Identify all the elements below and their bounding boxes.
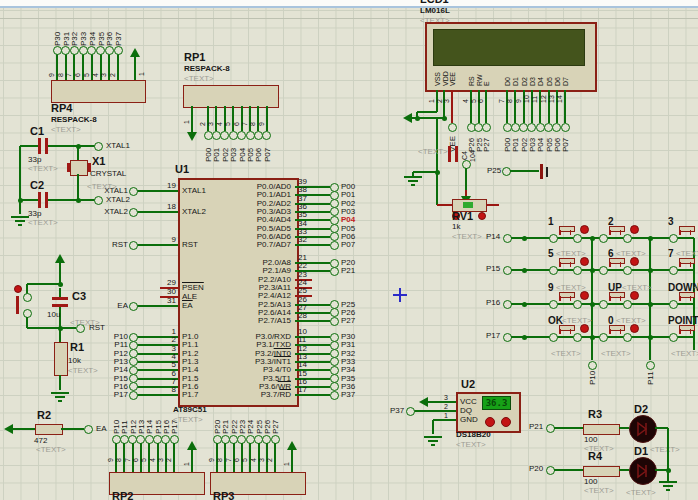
terminal-P27[interactable] [330, 317, 339, 326]
wire [61, 428, 84, 430]
reset-button[interactable] [16, 296, 19, 314]
keypad-contact[interactable] [573, 234, 582, 243]
led-D1[interactable] [629, 457, 657, 485]
terminal-P37[interactable] [114, 46, 123, 55]
terminal-XTAL1[interactable] [94, 142, 103, 151]
terminal-XTAL2[interactable] [94, 196, 103, 205]
keypad-button-9[interactable] [559, 292, 575, 298]
c4-body[interactable] [448, 146, 451, 162]
keypad-contact[interactable] [669, 234, 678, 243]
terminal-P37[interactable] [330, 391, 339, 400]
label: 7 [225, 458, 232, 462]
rv1-dot[interactable] [478, 212, 486, 220]
keypad-actuator-2[interactable] [630, 225, 639, 234]
terminal-P07[interactable] [561, 123, 570, 132]
x1-body[interactable] [70, 160, 88, 176]
label: P07 [562, 138, 570, 152]
r2-body[interactable] [35, 424, 63, 435]
keypad-contact[interactable] [669, 266, 678, 275]
keypad-contact[interactable] [573, 266, 582, 275]
keypad-contact[interactable] [623, 266, 632, 275]
keypad-button-3[interactable] [679, 226, 695, 232]
terminal-P32[interactable] [70, 46, 79, 55]
keypad-contact[interactable] [549, 234, 558, 243]
keypad-button-5[interactable] [559, 258, 575, 264]
wire [137, 305, 178, 307]
terminal-EA[interactable] [129, 302, 138, 311]
terminal-P34[interactable] [87, 46, 96, 55]
terminal-P27[interactable] [482, 123, 491, 132]
terminal-P07[interactable] [330, 241, 339, 250]
keypad-contact[interactable] [623, 333, 632, 342]
terminal-VEE[interactable] [448, 123, 457, 132]
ground-icon [411, 184, 415, 186]
wire [564, 90, 566, 123]
keypad-button-1[interactable] [559, 226, 575, 232]
keypad-leg [609, 230, 611, 235]
pin-name: P0.7/AD7 [229, 241, 291, 249]
label: P04 [537, 138, 545, 152]
schematic-canvas[interactable]: U1AT89C51<TEXT>XTAL119XTAL1XTAL218XTAL2R… [0, 0, 698, 500]
keypad-contact[interactable] [669, 333, 678, 342]
keypad-actuator-1[interactable] [580, 225, 589, 234]
r1-body[interactable] [54, 342, 68, 376]
terminal-P02[interactable] [220, 131, 229, 140]
terminal-P26[interactable] [330, 308, 339, 317]
c1-body[interactable] [38, 138, 41, 154]
c4-body[interactable] [455, 146, 458, 162]
keypad-contact[interactable] [623, 234, 632, 243]
led-D2[interactable] [629, 415, 657, 443]
u2-decrement-button[interactable] [501, 417, 511, 427]
terminal-P36[interactable] [105, 46, 114, 55]
terminal-P17[interactable] [129, 391, 138, 400]
keypad-button-7[interactable] [679, 258, 695, 264]
terminal-P21[interactable] [330, 267, 339, 276]
label: D4 [537, 77, 544, 86]
wire [59, 328, 61, 342]
terminal-P37[interactable] [406, 407, 415, 416]
terminal-P33[interactable] [79, 46, 88, 55]
terminal-EA[interactable] [84, 425, 93, 434]
label: 11 [531, 96, 538, 103]
r-body-R3[interactable] [583, 424, 620, 435]
c2-body[interactable] [38, 192, 41, 208]
keypad-contact[interactable] [599, 234, 608, 243]
reset-button-contact[interactable] [23, 293, 32, 302]
label: P27 [483, 138, 491, 152]
keypad-contact[interactable] [573, 333, 582, 342]
keypad-contact[interactable] [599, 300, 608, 309]
pin-number: 32 [298, 236, 307, 244]
keypad-contact[interactable] [549, 266, 558, 275]
rp4-body[interactable] [51, 80, 146, 103]
rp1-body[interactable] [183, 85, 279, 108]
c3-body[interactable] [52, 297, 68, 300]
r-body-R4[interactable] [583, 466, 620, 477]
terminal-P07[interactable] [262, 131, 271, 140]
reset-button-dot[interactable] [14, 285, 22, 293]
keypad-contact[interactable] [669, 300, 678, 309]
terminal-P04[interactable] [237, 131, 246, 140]
keypad-contact[interactable] [623, 300, 632, 309]
keypad-leg [570, 329, 572, 334]
terminal-P10[interactable] [588, 361, 597, 370]
label: D2 [521, 77, 528, 86]
terminal-P11[interactable] [646, 361, 655, 370]
keypad-leg [620, 230, 622, 235]
keypad-leg [559, 230, 561, 235]
terminal-XTAL2[interactable] [129, 208, 138, 217]
keypad-contact[interactable] [549, 300, 558, 309]
terminal-P36[interactable] [330, 382, 339, 391]
terminal-P31[interactable] [61, 46, 70, 55]
keypad-contact[interactable] [573, 300, 582, 309]
terminal-P30[interactable] [53, 46, 62, 55]
keypad-contact[interactable] [599, 333, 608, 342]
u2-increment-button[interactable] [485, 417, 495, 427]
keypad-contact[interactable] [599, 266, 608, 275]
terminal-P06[interactable] [552, 123, 561, 132]
terminal-RST[interactable] [129, 241, 138, 250]
terminal-P35[interactable] [96, 46, 105, 55]
terminal-P06[interactable] [330, 232, 339, 241]
terminal-P16[interactable] [129, 382, 138, 391]
power-arrow-up-icon [187, 441, 197, 450]
keypad-contact[interactable] [549, 333, 558, 342]
